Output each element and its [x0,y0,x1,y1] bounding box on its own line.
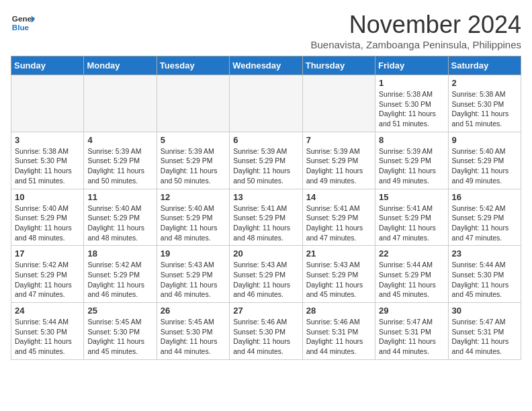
calendar-cell: 29Sunrise: 5:47 AM Sunset: 5:31 PM Dayli… [375,303,448,360]
logo: General Blue [11,11,35,35]
week-row-3: 10Sunrise: 5:40 AM Sunset: 5:29 PM Dayli… [11,189,521,246]
weekday-header-monday: Monday [84,56,157,75]
day-info: Sunrise: 5:45 AM Sunset: 5:30 PM Dayligh… [161,317,226,357]
calendar-cell: 10Sunrise: 5:40 AM Sunset: 5:29 PM Dayli… [11,189,84,246]
day-number: 26 [161,306,226,316]
day-number: 2 [452,78,517,88]
day-info: Sunrise: 5:42 AM Sunset: 5:29 PM Dayligh… [87,260,152,300]
day-number: 16 [452,192,517,202]
logo-icon: General Blue [11,11,35,35]
day-info: Sunrise: 5:47 AM Sunset: 5:31 PM Dayligh… [379,317,444,357]
day-info: Sunrise: 5:39 AM Sunset: 5:29 PM Dayligh… [233,146,298,186]
calendar-cell: 7Sunrise: 5:39 AM Sunset: 5:29 PM Daylig… [302,132,375,189]
day-number: 23 [452,248,517,259]
week-row-5: 24Sunrise: 5:44 AM Sunset: 5:30 PM Dayli… [11,303,521,360]
day-info: Sunrise: 5:44 AM Sunset: 5:30 PM Dayligh… [452,260,517,300]
day-info: Sunrise: 5:39 AM Sunset: 5:29 PM Dayligh… [379,146,444,186]
calendar-cell: 17Sunrise: 5:42 AM Sunset: 5:29 PM Dayli… [11,246,84,303]
calendar-cell [84,75,157,132]
calendar-cell [230,75,302,132]
calendar-cell [157,75,229,132]
weekday-header-thursday: Thursday [302,56,375,75]
svg-text:Blue: Blue [12,23,30,32]
day-number: 5 [161,135,226,145]
day-number: 15 [379,192,444,202]
weekday-header-wednesday: Wednesday [230,56,302,75]
day-number: 14 [306,192,371,202]
day-number: 28 [306,306,371,316]
day-info: Sunrise: 5:44 AM Sunset: 5:29 PM Dayligh… [379,260,444,300]
day-info: Sunrise: 5:45 AM Sunset: 5:30 PM Dayligh… [87,317,152,357]
day-number: 1 [379,78,444,88]
location-subtitle: Buenavista, Zamboanga Peninsula, Philipp… [310,39,521,50]
calendar-cell: 9Sunrise: 5:40 AM Sunset: 5:29 PM Daylig… [448,132,521,189]
calendar-cell: 16Sunrise: 5:42 AM Sunset: 5:29 PM Dayli… [448,189,521,246]
day-number: 4 [87,135,152,145]
day-number: 18 [87,248,152,259]
weekday-header-saturday: Saturday [448,56,521,75]
day-number: 30 [452,306,517,316]
title-section: November 2024 Buenavista, Zamboanga Peni… [310,11,521,50]
calendar-table: SundayMondayTuesdayWednesdayThursdayFrid… [11,56,521,360]
calendar-cell: 20Sunrise: 5:43 AM Sunset: 5:29 PM Dayli… [230,246,302,303]
calendar-cell: 27Sunrise: 5:46 AM Sunset: 5:30 PM Dayli… [230,303,302,360]
calendar-cell: 4Sunrise: 5:39 AM Sunset: 5:29 PM Daylig… [84,132,157,189]
calendar-cell: 1Sunrise: 5:38 AM Sunset: 5:30 PM Daylig… [375,75,448,132]
calendar-cell: 11Sunrise: 5:40 AM Sunset: 5:29 PM Dayli… [84,189,157,246]
calendar-cell: 19Sunrise: 5:43 AM Sunset: 5:29 PM Dayli… [157,246,229,303]
day-number: 9 [452,135,517,145]
day-number: 20 [233,248,298,259]
calendar-cell: 12Sunrise: 5:40 AM Sunset: 5:29 PM Dayli… [157,189,229,246]
weekday-header-sunday: Sunday [11,56,84,75]
day-number: 19 [161,248,226,259]
day-info: Sunrise: 5:39 AM Sunset: 5:29 PM Dayligh… [306,146,371,186]
calendar-cell: 14Sunrise: 5:41 AM Sunset: 5:29 PM Dayli… [302,189,375,246]
day-info: Sunrise: 5:43 AM Sunset: 5:29 PM Dayligh… [161,260,226,300]
day-info: Sunrise: 5:40 AM Sunset: 5:29 PM Dayligh… [87,203,152,243]
day-info: Sunrise: 5:38 AM Sunset: 5:30 PM Dayligh… [452,89,517,129]
day-number: 12 [161,192,226,202]
calendar-cell: 21Sunrise: 5:43 AM Sunset: 5:29 PM Dayli… [302,246,375,303]
day-number: 25 [87,306,152,316]
month-title: November 2024 [310,11,521,39]
calendar-cell: 8Sunrise: 5:39 AM Sunset: 5:29 PM Daylig… [375,132,448,189]
day-number: 24 [15,306,80,316]
page-header: General Blue November 2024 Buenavista, Z… [11,11,521,50]
calendar-cell [302,75,375,132]
day-number: 29 [379,306,444,316]
day-info: Sunrise: 5:38 AM Sunset: 5:30 PM Dayligh… [15,146,80,186]
calendar-cell: 30Sunrise: 5:47 AM Sunset: 5:31 PM Dayli… [448,303,521,360]
day-info: Sunrise: 5:38 AM Sunset: 5:30 PM Dayligh… [379,89,444,129]
day-number: 13 [233,192,298,202]
calendar-cell: 18Sunrise: 5:42 AM Sunset: 5:29 PM Dayli… [84,246,157,303]
day-info: Sunrise: 5:42 AM Sunset: 5:29 PM Dayligh… [452,203,517,243]
calendar-cell: 3Sunrise: 5:38 AM Sunset: 5:30 PM Daylig… [11,132,84,189]
day-info: Sunrise: 5:41 AM Sunset: 5:29 PM Dayligh… [233,203,298,243]
calendar-cell: 28Sunrise: 5:46 AM Sunset: 5:31 PM Dayli… [302,303,375,360]
day-info: Sunrise: 5:43 AM Sunset: 5:29 PM Dayligh… [306,260,371,300]
day-number: 17 [15,248,80,259]
day-info: Sunrise: 5:43 AM Sunset: 5:29 PM Dayligh… [233,260,298,300]
calendar-cell: 23Sunrise: 5:44 AM Sunset: 5:30 PM Dayli… [448,246,521,303]
day-info: Sunrise: 5:46 AM Sunset: 5:31 PM Dayligh… [306,317,371,357]
day-info: Sunrise: 5:39 AM Sunset: 5:29 PM Dayligh… [161,146,226,186]
day-number: 27 [233,306,298,316]
calendar-cell: 2Sunrise: 5:38 AM Sunset: 5:30 PM Daylig… [448,75,521,132]
day-number: 22 [379,248,444,259]
weekday-header-friday: Friday [375,56,448,75]
week-row-4: 17Sunrise: 5:42 AM Sunset: 5:29 PM Dayli… [11,246,521,303]
day-number: 21 [306,248,371,259]
day-info: Sunrise: 5:39 AM Sunset: 5:29 PM Dayligh… [87,146,152,186]
day-info: Sunrise: 5:40 AM Sunset: 5:29 PM Dayligh… [161,203,226,243]
day-info: Sunrise: 5:40 AM Sunset: 5:29 PM Dayligh… [452,146,517,186]
calendar-cell: 5Sunrise: 5:39 AM Sunset: 5:29 PM Daylig… [157,132,229,189]
day-number: 3 [15,135,80,145]
calendar-cell: 24Sunrise: 5:44 AM Sunset: 5:30 PM Dayli… [11,303,84,360]
weekday-header-row: SundayMondayTuesdayWednesdayThursdayFrid… [11,56,521,75]
calendar-cell: 26Sunrise: 5:45 AM Sunset: 5:30 PM Dayli… [157,303,229,360]
day-info: Sunrise: 5:46 AM Sunset: 5:30 PM Dayligh… [233,317,298,357]
day-info: Sunrise: 5:40 AM Sunset: 5:29 PM Dayligh… [15,203,80,243]
weekday-header-tuesday: Tuesday [157,56,229,75]
day-info: Sunrise: 5:47 AM Sunset: 5:31 PM Dayligh… [452,317,517,357]
day-info: Sunrise: 5:41 AM Sunset: 5:29 PM Dayligh… [379,203,444,243]
